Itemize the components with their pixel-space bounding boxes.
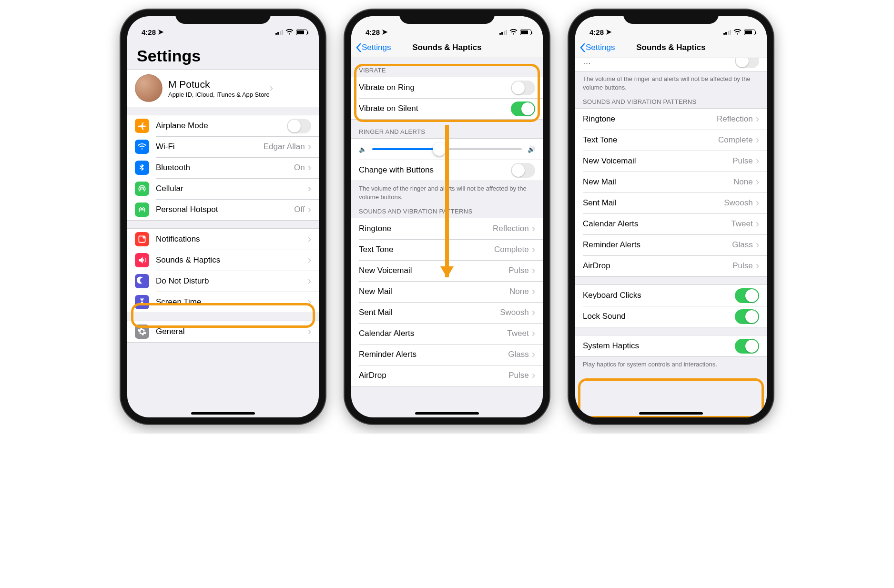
phone-2: 4:28 ➤ Settings Sounds & Haptics VIBRATE — [345, 10, 549, 424]
label: Keyboard Clicks — [583, 291, 735, 300]
row-text-tone[interactable]: Text ToneComplete› — [575, 130, 767, 151]
chevron-icon: › — [756, 156, 759, 166]
row-wi-fi[interactable]: Wi-FiEdgar Allan› — [127, 136, 319, 157]
row-vibrate-on-ring[interactable]: Vibrate on Ring — [351, 77, 543, 98]
system-haptics-footer: Play haptics for system controls and int… — [575, 357, 767, 373]
home-indicator[interactable] — [415, 412, 479, 415]
chevron-icon: › — [532, 265, 535, 276]
detail: Reflection — [493, 224, 529, 233]
row-sent-mail[interactable]: Sent MailSwoosh› — [575, 193, 767, 213]
change-footer: The volume of the ringer and alerts will… — [575, 71, 767, 95]
cell-signal-icon — [499, 30, 508, 35]
row-new-voicemail[interactable]: New VoicemailPulse› — [575, 151, 767, 172]
avatar — [135, 74, 163, 102]
apple-id-row[interactable]: M Potuck Apple ID, iCloud, iTunes & App … — [127, 70, 319, 107]
chevron-icon: › — [756, 177, 759, 187]
row-keyboard-clicks[interactable]: Keyboard Clicks — [575, 285, 767, 306]
detail: Pulse — [732, 156, 753, 166]
screen-sounds-haptics-bottom: 4:28 ➤ Settings Sounds & Haptics ⋯ — [575, 16, 767, 417]
row-airdrop[interactable]: AirDropPulse› — [351, 365, 543, 386]
row-general[interactable]: General› — [127, 321, 319, 342]
chevron-icon: › — [308, 162, 311, 173]
label: Reminder Alerts — [583, 240, 732, 250]
row-notifications[interactable]: Notifications› — [127, 229, 319, 250]
detail: Pulse — [508, 266, 529, 275]
hotspot-icon — [135, 203, 149, 217]
detail: Pulse — [508, 371, 529, 380]
row-sent-mail[interactable]: Sent MailSwoosh› — [351, 302, 543, 323]
switch[interactable] — [735, 309, 759, 324]
chevron-icon: › — [756, 261, 759, 271]
label: AirDrop — [359, 371, 508, 380]
status-bar: 4:28 ➤ — [575, 16, 767, 37]
switch-change-buttons[interactable] — [735, 58, 759, 68]
row-sounds-haptics[interactable]: Sounds & Haptics› — [127, 250, 319, 271]
row-reminder-alerts[interactable]: Reminder AlertsGlass› — [575, 234, 767, 255]
label: AirDrop — [583, 261, 732, 271]
back-button[interactable]: Settings — [575, 43, 615, 52]
label: Sent Mail — [583, 198, 724, 208]
cellular-icon — [135, 182, 149, 196]
row-do-not-disturb[interactable]: Do Not Disturb› — [127, 271, 319, 292]
row-cellular[interactable]: Cellular› — [127, 178, 319, 199]
scroll-arrow-icon — [445, 125, 449, 277]
profile-subtitle: Apple ID, iCloud, iTunes & App Store — [168, 91, 270, 98]
phone-3: 4:28 ➤ Settings Sounds & Haptics ⋯ — [569, 10, 773, 424]
label: Wi-Fi — [156, 142, 264, 152]
chevron-icon: › — [532, 328, 535, 339]
row-calendar-alerts[interactable]: Calendar AlertsTweet› — [351, 323, 543, 344]
chevron-icon: › — [308, 255, 311, 265]
label: Notifications — [156, 234, 308, 244]
home-indicator[interactable] — [191, 412, 255, 415]
chevron-icon: › — [532, 223, 535, 234]
switch-vibrate-silent[interactable] — [511, 101, 535, 116]
screen-settings-root: 4:28 ➤ Settings M Potuck Apple ID, iClou… — [127, 16, 319, 417]
row-calendar-alerts[interactable]: Calendar AlertsTweet› — [575, 213, 767, 234]
row-reminder-alerts[interactable]: Reminder AlertsGlass› — [351, 344, 543, 365]
row-bluetooth[interactable]: BluetoothOn› — [127, 157, 319, 178]
cell-signal-icon — [275, 30, 284, 35]
cell-signal-icon — [723, 30, 731, 35]
label: New Mail — [359, 287, 509, 296]
detail: Reflection — [717, 114, 753, 124]
dnd-icon — [135, 274, 149, 288]
status-bar: 4:28 ➤ — [351, 16, 543, 37]
detail: Glass — [508, 350, 528, 359]
status-time: 4:28 — [366, 28, 380, 36]
back-button[interactable]: Settings — [351, 43, 391, 52]
home-indicator[interactable] — [639, 412, 703, 415]
phone-1: 4:28 ➤ Settings M Potuck Apple ID, iClou… — [121, 10, 325, 424]
battery-icon — [744, 30, 755, 35]
svg-point-0 — [142, 209, 142, 210]
switch-system-haptics[interactable] — [735, 339, 759, 354]
row-system-haptics[interactable]: System Haptics — [575, 335, 767, 356]
wifi-icon — [285, 28, 294, 36]
row-new-mail[interactable]: New MailNone› — [351, 281, 543, 302]
label: New Voicemail — [583, 156, 732, 166]
row-change-with-buttons-partial[interactable]: ⋯ — [575, 58, 767, 71]
highlight-system-haptics — [578, 378, 764, 417]
row-airplane-mode[interactable]: Airplane Mode — [127, 115, 319, 136]
label: Calendar Alerts — [359, 329, 507, 338]
row-lock-sound[interactable]: Lock Sound — [575, 306, 767, 327]
row-vibrate-on-silent[interactable]: Vibrate on Silent — [351, 98, 543, 119]
label: Text Tone — [583, 135, 718, 145]
label: Reminder Alerts — [359, 350, 508, 359]
row-new-mail[interactable]: New MailNone› — [575, 172, 767, 193]
switch[interactable] — [287, 119, 311, 133]
label: Screen Time — [156, 297, 308, 307]
row-airdrop[interactable]: AirDropPulse› — [575, 255, 767, 276]
chevron-icon: › — [532, 307, 535, 318]
chevron-icon: › — [308, 276, 311, 286]
detail: Complete — [718, 135, 753, 145]
label: Cellular — [156, 184, 305, 193]
chevron-icon: › — [756, 135, 759, 145]
row-personal-hotspot[interactable]: Personal HotspotOff› — [127, 199, 319, 220]
switch-change-buttons[interactable] — [511, 163, 535, 178]
switch[interactable] — [735, 288, 759, 303]
row-ringtone[interactable]: RingtoneReflection› — [575, 109, 767, 130]
chevron-icon: › — [756, 114, 759, 124]
row-screen-time[interactable]: Screen Time› — [127, 292, 319, 313]
switch-vibrate-ring[interactable] — [511, 81, 535, 95]
location-icon: ➤ — [606, 28, 612, 36]
